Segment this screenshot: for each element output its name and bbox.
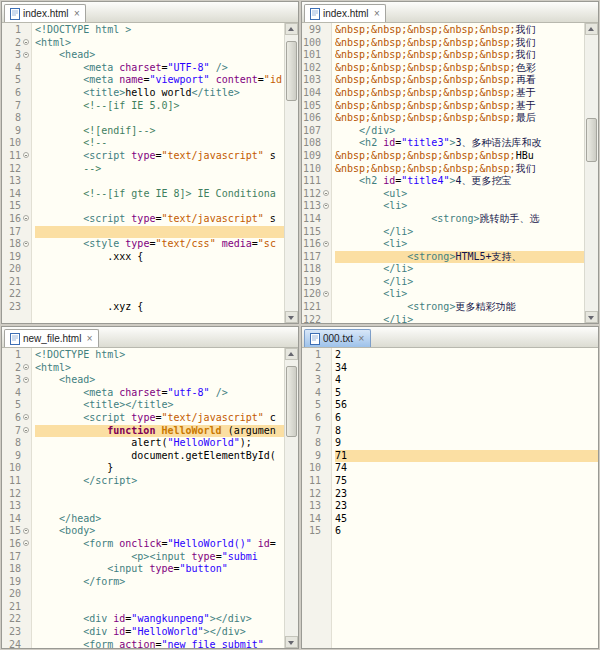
code-line[interactable]: <div id="wangkunpeng"></div> [35, 613, 284, 626]
code-line[interactable]: <head> [35, 374, 284, 387]
scrollbar[interactable] [284, 348, 298, 648]
close-icon[interactable]: × [374, 9, 381, 18]
code-line[interactable]: alert("HelloWorld"); [35, 437, 284, 450]
code-line[interactable]: <li> [335, 238, 584, 251]
code-line[interactable]: <html> [35, 362, 284, 375]
code-line[interactable]: </div> [335, 125, 584, 138]
fold-marker-icon[interactable] [23, 427, 29, 433]
code-line[interactable]: .xxx { [35, 251, 284, 264]
scrollbar-thumb[interactable] [586, 118, 597, 162]
code-line[interactable]: 45 [335, 513, 598, 526]
code-line[interactable]: <h2 id="title4">4、更多挖宝 [335, 175, 584, 188]
code-line[interactable]: 56 [335, 399, 598, 412]
fold-marker-icon[interactable] [23, 414, 29, 420]
close-icon[interactable]: × [86, 334, 93, 343]
code-line[interactable]: 6 [335, 412, 598, 425]
code-line[interactable]: </li> [335, 226, 584, 239]
code-line[interactable]: <form action="new_file_submit" [35, 639, 284, 648]
code-line[interactable]: <p><input type="submi [35, 551, 284, 564]
code-line[interactable]: <div id="HelloWorld"></div> [35, 626, 284, 639]
fold-marker-icon[interactable] [23, 540, 29, 546]
fold-marker-icon[interactable] [323, 203, 329, 209]
code-line[interactable]: <h2 id="title3">3、多种语法库和改 [335, 137, 584, 150]
code-line[interactable]: 71 [335, 450, 598, 463]
code-line[interactable]: <meta charset="utf-8" /> [35, 387, 284, 400]
fold-marker-icon[interactable] [23, 215, 29, 221]
scrollbar-track[interactable] [585, 35, 598, 311]
code-line[interactable]: <title></title> [35, 399, 284, 412]
code-line[interactable]: <!--[if IE 5.0]> [35, 100, 284, 113]
fold-marker-icon[interactable] [23, 241, 29, 247]
code-line[interactable]: </form> [35, 576, 284, 589]
code-line[interactable]: &nbsp;&nbsp;&nbsp;&nbsp;&nbsp;我们 [335, 49, 584, 62]
code-line[interactable]: &nbsp;&nbsp;&nbsp;&nbsp;&nbsp;我们 [335, 24, 584, 37]
scroll-up-icon[interactable] [585, 23, 598, 35]
code-line[interactable]: </li> [335, 263, 584, 276]
code-area[interactable]: <!DOCTYPE html><html> <head> <meta chars… [32, 348, 284, 648]
code-line[interactable]: <strong>跳转助手、选 [335, 213, 584, 226]
code-line[interactable] [35, 175, 284, 188]
fold-marker-icon[interactable] [323, 190, 329, 196]
code-line[interactable]: <!DOCTYPE html> [35, 349, 284, 362]
code-line[interactable]: 5 [335, 387, 598, 400]
code-line[interactable] [35, 288, 284, 301]
code-line[interactable]: 6 [335, 525, 598, 538]
code-line[interactable]: <script type="text/javascript" s [35, 150, 284, 163]
code-line[interactable]: 75 [335, 475, 598, 488]
code-line[interactable]: <!--[if gte IE 8]> IE Conditiona [35, 188, 284, 201]
code-line[interactable]: document.getElementById( [35, 450, 284, 463]
code-line[interactable]: <input type="button" [35, 563, 284, 576]
code-line[interactable]: &nbsp;&nbsp;&nbsp;&nbsp;&nbsp;色彩 [335, 62, 584, 75]
fold-marker-icon[interactable] [323, 241, 329, 247]
code-line[interactable]: &nbsp;&nbsp;&nbsp;&nbsp;&nbsp;再看 [335, 74, 584, 87]
scrollbar[interactable] [584, 23, 598, 323]
code-line[interactable]: <html> [35, 37, 284, 50]
code-line[interactable]: } [35, 462, 284, 475]
code-line[interactable] [35, 200, 284, 213]
code-line[interactable]: 74 [335, 462, 598, 475]
scroll-down-icon[interactable] [285, 636, 298, 648]
code-line[interactable]: <strong>HTML5+支持、 [335, 251, 584, 264]
code-area[interactable]: <!DOCTYPE html ><html> <head> <meta char… [32, 23, 284, 323]
scrollbar-track[interactable] [285, 35, 298, 311]
tab-new-file-html[interactable]: new_file.html × [4, 329, 99, 347]
code-line[interactable]: &nbsp;&nbsp;&nbsp;&nbsp;&nbsp;我们 [335, 37, 584, 50]
fold-marker-icon[interactable] [323, 291, 329, 297]
code-line[interactable]: </li> [335, 314, 584, 323]
code-line[interactable] [35, 488, 284, 501]
scroll-down-icon[interactable] [285, 311, 298, 323]
code-line[interactable]: &nbsp;&nbsp;&nbsp;&nbsp;&nbsp;最后 [335, 112, 584, 125]
code-line[interactable]: </head> [35, 513, 284, 526]
code-line[interactable] [35, 601, 284, 614]
code-line[interactable] [35, 263, 284, 276]
code-line[interactable]: <script type="text/javascript" c [35, 412, 284, 425]
code-line[interactable]: <script type="text/javascript" s [35, 213, 284, 226]
code-line[interactable]: </li> [335, 276, 584, 289]
code-line[interactable]: <body> [35, 525, 284, 538]
code-line[interactable] [35, 112, 284, 125]
code-line[interactable]: <li> [335, 288, 584, 301]
code-line[interactable]: 9 [335, 437, 598, 450]
code-line[interactable] [35, 500, 284, 513]
scroll-up-icon[interactable] [285, 23, 298, 35]
code-line[interactable]: <ul> [335, 188, 584, 201]
fold-marker-icon[interactable] [23, 364, 29, 370]
fold-marker-icon[interactable] [23, 39, 29, 45]
code-line[interactable]: 4 [335, 374, 598, 387]
code-line[interactable]: <![endif]--> [35, 125, 284, 138]
code-line[interactable]: 8 [335, 425, 598, 438]
code-line[interactable]: <meta name="viewport" content="id [35, 74, 284, 87]
code-line[interactable]: &nbsp;&nbsp;&nbsp;&nbsp;&nbsp;基于 [335, 100, 584, 113]
code-line[interactable]: 34 [335, 362, 598, 375]
code-line[interactable]: &nbsp;&nbsp;&nbsp;&nbsp;&nbsp;HBu [335, 150, 584, 163]
code-line[interactable]: &nbsp;&nbsp;&nbsp;&nbsp;&nbsp;基于 [335, 87, 584, 100]
tab-index-html-2[interactable]: index.html × [304, 4, 386, 22]
close-icon[interactable]: × [358, 334, 365, 343]
scroll-up-icon[interactable] [285, 348, 298, 360]
code-area[interactable]: 23445566897174752323456 [332, 348, 598, 648]
code-line[interactable]: &nbsp;&nbsp;&nbsp;&nbsp;&nbsp;我们 [335, 163, 584, 176]
code-area[interactable]: &nbsp;&nbsp;&nbsp;&nbsp;&nbsp;我们&nbsp;&n… [332, 23, 584, 323]
code-line[interactable]: .xyz { [35, 301, 284, 314]
scrollbar[interactable] [284, 23, 298, 323]
scroll-down-icon[interactable] [585, 311, 598, 323]
